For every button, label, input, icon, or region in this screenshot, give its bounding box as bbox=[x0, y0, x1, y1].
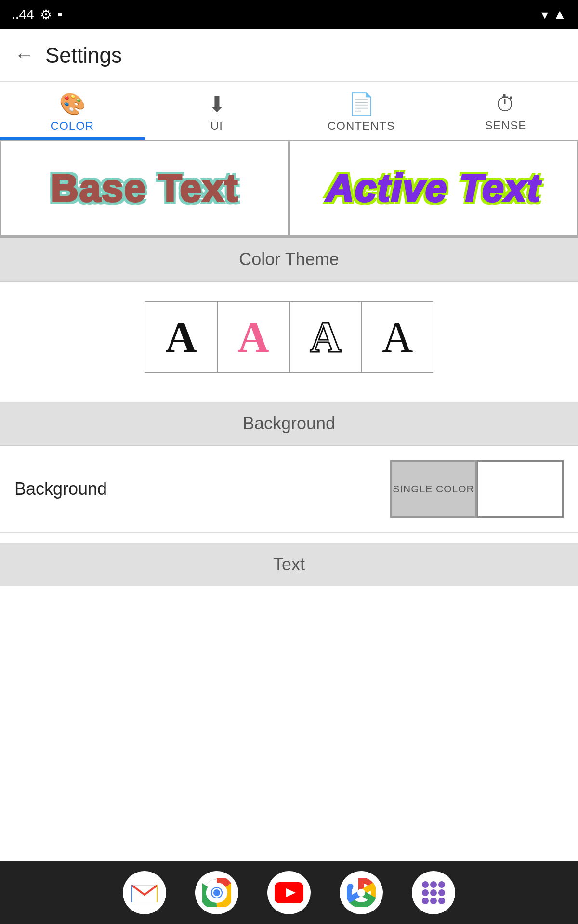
bg-single-color-label: SINGLE COLOR bbox=[393, 483, 474, 495]
gmail-nav-button[interactable] bbox=[123, 871, 166, 914]
sense-tab-icon: ⏱ bbox=[495, 92, 516, 116]
ui-tab-label: UI bbox=[210, 119, 223, 133]
color-theme-section-header: Color Theme bbox=[0, 238, 578, 281]
battery-status-icon: ▪ bbox=[58, 7, 63, 22]
font-option-thin[interactable]: A bbox=[361, 301, 434, 373]
svg-point-7 bbox=[357, 889, 365, 897]
text-section-header: Text bbox=[0, 543, 578, 586]
font-option-pink[interactable]: A bbox=[217, 301, 289, 373]
svg-point-10 bbox=[438, 881, 445, 888]
bottom-nav bbox=[0, 861, 578, 924]
svg-point-15 bbox=[430, 898, 437, 904]
color-tab-label: COLOR bbox=[51, 119, 94, 133]
tab-ui[interactable]: ⬇ UI bbox=[144, 82, 289, 140]
background-options: SINGLE COLOR bbox=[390, 460, 564, 518]
bg-option-single-color[interactable]: SINGLE COLOR bbox=[390, 460, 477, 518]
status-time: ..44 bbox=[12, 7, 34, 22]
svg-point-13 bbox=[438, 889, 445, 896]
base-text-preview[interactable]: Base Text bbox=[0, 140, 289, 236]
background-row-label: Background bbox=[14, 479, 107, 499]
font-a-pink-label: A bbox=[238, 312, 269, 362]
svg-point-14 bbox=[422, 898, 429, 904]
ui-tab-icon: ⬇ bbox=[208, 92, 226, 116]
tab-color[interactable]: 🎨 COLOR bbox=[0, 82, 144, 140]
tab-sense[interactable]: ⏱ SENSE bbox=[434, 82, 578, 140]
chrome-nav-button[interactable] bbox=[195, 871, 238, 914]
svg-point-16 bbox=[438, 898, 445, 904]
text-section-label: Text bbox=[273, 554, 305, 575]
back-button[interactable]: ← bbox=[14, 44, 34, 66]
svg-point-8 bbox=[422, 881, 429, 888]
base-text-label: Base Text bbox=[51, 166, 238, 210]
status-right: ▾ ▲ bbox=[541, 7, 566, 23]
bg-option-white[interactable] bbox=[477, 460, 564, 518]
status-bar: ..44 ⚙ ▪ ▾ ▲ bbox=[0, 0, 578, 29]
youtube-nav-button[interactable] bbox=[267, 871, 311, 914]
background-section-header: Background bbox=[0, 402, 578, 445]
sense-tab-label: SENSE bbox=[485, 119, 526, 132]
preview-row: Base Text Active Text bbox=[0, 140, 578, 238]
status-left: ..44 ⚙ ▪ bbox=[12, 7, 63, 23]
svg-point-12 bbox=[430, 889, 437, 896]
background-row: Background SINGLE COLOR bbox=[0, 446, 578, 533]
settings-status-icon: ⚙ bbox=[40, 7, 52, 23]
tab-bar: 🎨 COLOR ⬇ UI 📄 CONTENTS ⏱ SENSE bbox=[0, 82, 578, 140]
apps-nav-button[interactable] bbox=[412, 871, 455, 914]
contents-tab-label: CONTENTS bbox=[328, 119, 395, 133]
svg-point-4 bbox=[213, 889, 220, 896]
background-section-label: Background bbox=[243, 413, 335, 434]
photos-nav-button[interactable] bbox=[340, 871, 383, 914]
svg-point-11 bbox=[422, 889, 429, 896]
tab-contents[interactable]: 📄 CONTENTS bbox=[289, 82, 434, 140]
active-text-label: Active Text bbox=[326, 166, 541, 210]
contents-tab-icon: 📄 bbox=[348, 91, 375, 116]
font-a-plain-label: A bbox=[166, 312, 197, 362]
font-options-row: A A A A bbox=[0, 282, 578, 392]
font-a-thin-label: A bbox=[382, 312, 413, 362]
signal-icon: ▲ bbox=[553, 7, 566, 22]
main-content: 🎨 COLOR ⬇ UI 📄 CONTENTS ⏱ SENSE Base Tex… bbox=[0, 82, 578, 654]
font-option-plain[interactable]: A bbox=[144, 301, 217, 373]
top-bar: ← Settings bbox=[0, 29, 578, 82]
wifi-icon: ▾ bbox=[541, 7, 548, 23]
font-option-outline[interactable]: A bbox=[289, 301, 361, 373]
color-theme-label: Color Theme bbox=[239, 249, 339, 270]
page-title: Settings bbox=[45, 43, 122, 67]
font-a-outline-label: A bbox=[310, 312, 342, 362]
color-tab-icon: 🎨 bbox=[59, 91, 86, 116]
active-text-preview[interactable]: Active Text bbox=[289, 140, 578, 236]
svg-point-9 bbox=[430, 881, 437, 888]
